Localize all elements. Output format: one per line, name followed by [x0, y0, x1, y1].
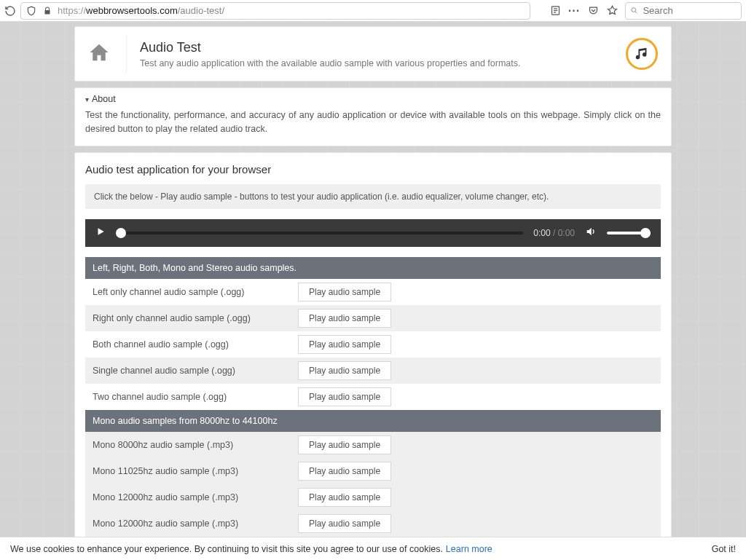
table-row: Single channel audio sample (.ogg)Play a…	[85, 358, 661, 384]
row-label: Mono 12000hz audio sample (.mp3)	[93, 518, 289, 529]
cookie-learn-more-link[interactable]: Learn more	[446, 544, 492, 554]
time-display: 0:00 / 0:00	[533, 228, 575, 238]
header-card: Audio Test Test any audio application wi…	[74, 26, 672, 82]
play-sample-button[interactable]: Play audio sample	[298, 488, 391, 507]
cookie-gotit-button[interactable]: Got it!	[712, 544, 736, 554]
search-input[interactable]	[643, 5, 737, 16]
row-label: Single channel audio sample (.ogg)	[93, 366, 289, 376]
lock-icon	[42, 5, 53, 17]
shield-icon	[25, 5, 37, 17]
url-bar[interactable]: https://webbrowsertools.com/audio-test/	[20, 2, 530, 20]
play-button[interactable]	[95, 226, 106, 240]
table-row: Mono 8000hz audio sample (.mp3)Play audi…	[85, 432, 661, 458]
row-label: Left only channel audio sample (.ogg)	[93, 287, 289, 297]
section-head-mono: Mono audio samples from 8000hz to 44100h…	[85, 410, 661, 432]
table-row: Mono 12000hz audio sample (.mp3)Play aud…	[85, 510, 661, 537]
row-label: Mono 12000hz audio sample (.mp3)	[93, 492, 289, 502]
table-row: Both channel audio sample (.ogg)Play aud…	[85, 331, 661, 358]
row-label: Mono 11025hz audio sample (.mp3)	[93, 466, 289, 476]
row-label: Right only channel audio sample (.ogg)	[93, 313, 289, 323]
reload-icon[interactable]	[4, 5, 16, 17]
info-bar: Click the below - Play audio sample - bu…	[85, 184, 661, 209]
table-row: Right only channel audio sample (.ogg)Pl…	[85, 305, 661, 331]
about-text: Test the functionality, performance, and…	[85, 109, 661, 137]
music-badge-icon	[626, 38, 658, 70]
page-actions-icon[interactable]: ···	[568, 5, 580, 17]
section-head-channels: Left, Right, Both, Mono and Stereo audio…	[85, 257, 661, 279]
volume-track[interactable]	[607, 232, 651, 234]
table-row: Two channel audio sample (.ogg)Play audi…	[85, 384, 661, 410]
page-container: Audio Test Test any audio application wi…	[0, 22, 746, 560]
page-title: Audio Test	[140, 40, 613, 55]
bookmark-star-icon[interactable]	[606, 5, 618, 17]
play-sample-button[interactable]: Play audio sample	[298, 361, 391, 380]
table-row: Left only channel audio sample (.ogg)Pla…	[85, 279, 661, 305]
seek-track[interactable]	[116, 232, 523, 234]
play-sample-button[interactable]: Play audio sample	[298, 514, 391, 533]
row-label: Both channel audio sample (.ogg)	[93, 339, 289, 350]
table-row: Mono 12000hz audio sample (.mp3)Play aud…	[85, 484, 661, 510]
cookie-bar: We use cookies to enhance your experienc…	[0, 537, 746, 560]
reader-mode-icon[interactable]	[549, 5, 561, 17]
home-icon[interactable]	[88, 42, 113, 66]
svg-line-5	[635, 12, 637, 13]
play-sample-button[interactable]: Play audio sample	[298, 387, 391, 406]
row-label: Two channel audio sample (.ogg)	[93, 392, 289, 402]
search-bar[interactable]	[625, 2, 742, 20]
about-card: About Test the functionality, performanc…	[74, 87, 672, 146]
header-separator	[126, 36, 127, 72]
app-heading: Audio test application for your browser	[85, 163, 661, 176]
about-toggle[interactable]: About	[85, 94, 661, 104]
play-sample-button[interactable]: Play audio sample	[298, 283, 391, 301]
svg-point-4	[632, 8, 636, 12]
volume-icon[interactable]	[585, 226, 597, 240]
play-sample-button[interactable]: Play audio sample	[298, 435, 391, 454]
table-row: Mono 11025hz audio sample (.mp3)Play aud…	[85, 458, 661, 484]
url-text: https://webbrowsertools.com/audio-test/	[58, 5, 224, 16]
play-sample-button[interactable]: Play audio sample	[298, 462, 391, 481]
play-sample-button[interactable]: Play audio sample	[298, 335, 391, 354]
search-icon	[630, 6, 638, 15]
play-sample-button[interactable]: Play audio sample	[298, 309, 391, 328]
page-subtitle: Test any audio application with the avai…	[140, 58, 613, 68]
pocket-icon[interactable]	[587, 5, 599, 17]
cookie-text: We use cookies to enhance your experienc…	[10, 544, 443, 554]
row-label: Mono 8000hz audio sample (.mp3)	[93, 440, 289, 450]
audio-player: 0:00 / 0:00	[85, 219, 661, 247]
app-card: Audio test application for your browser …	[74, 152, 672, 560]
browser-toolbar: https://webbrowsertools.com/audio-test/ …	[0, 0, 746, 22]
